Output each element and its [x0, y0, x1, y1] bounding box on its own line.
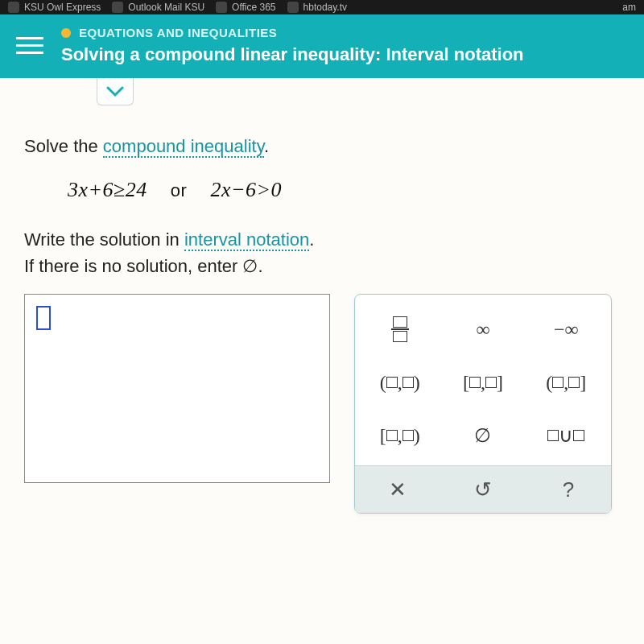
math-keypad: ∞ −∞ (,) [,] (,] [,) ∅ ∪ ✕ ↺ ?	[354, 294, 612, 514]
interval-notation-link[interactable]: interval notation	[184, 229, 309, 251]
undo-button[interactable]: ↺	[440, 466, 526, 513]
fraction-button[interactable]	[358, 303, 441, 356]
menu-button[interactable]	[16, 37, 43, 54]
expand-toggle[interactable]	[97, 78, 134, 105]
clear-button[interactable]: ✕	[355, 466, 440, 513]
interval-closed-open-button[interactable]: [,)	[358, 409, 441, 462]
interval-open-open-button[interactable]: (,)	[358, 356, 441, 409]
compound-inequality-link[interactable]: compound inequality	[103, 136, 264, 158]
union-button[interactable]: ∪	[525, 409, 608, 462]
lesson-header: EQUATIONS AND INEQUALITIES Solving a com…	[0, 14, 644, 78]
interval-open-closed-button[interactable]: (,]	[525, 356, 608, 409]
empty-set-button[interactable]: ∅	[441, 409, 524, 462]
inequality-expression: 3x+6≥24 or 2x−6>0	[68, 178, 620, 202]
bookmark-item[interactable]: am	[622, 2, 636, 13]
bookmark-item[interactable]: KSU Owl Express	[8, 2, 101, 13]
answer-cursor	[36, 306, 51, 330]
category-dot-icon	[61, 28, 71, 38]
lesson-content: Solve the compound inequality. 3x+6≥24 o…	[0, 78, 644, 644]
instruction-text: Write the solution in interval notation.…	[24, 226, 620, 279]
bookmark-item[interactable]: Outlook Mail KSU	[112, 2, 204, 13]
chevron-down-icon	[106, 81, 124, 102]
answer-input[interactable]	[24, 294, 330, 483]
neg-infinity-button[interactable]: −∞	[525, 303, 608, 356]
lesson-title: Solving a compound linear inequality: In…	[61, 44, 628, 65]
bookmark-item[interactable]: hbtoday.tv	[287, 2, 347, 13]
lesson-category: EQUATIONS AND INEQUALITIES	[61, 26, 628, 39]
infinity-button[interactable]: ∞	[441, 303, 524, 356]
interval-closed-closed-button[interactable]: [,]	[441, 356, 524, 409]
browser-bookmark-bar: KSU Owl Express Outlook Mail KSU Office …	[0, 0, 644, 14]
question-prompt: Solve the compound inequality.	[24, 136, 620, 157]
bookmark-item[interactable]: Office 365	[216, 2, 275, 13]
help-button[interactable]: ?	[526, 466, 611, 513]
